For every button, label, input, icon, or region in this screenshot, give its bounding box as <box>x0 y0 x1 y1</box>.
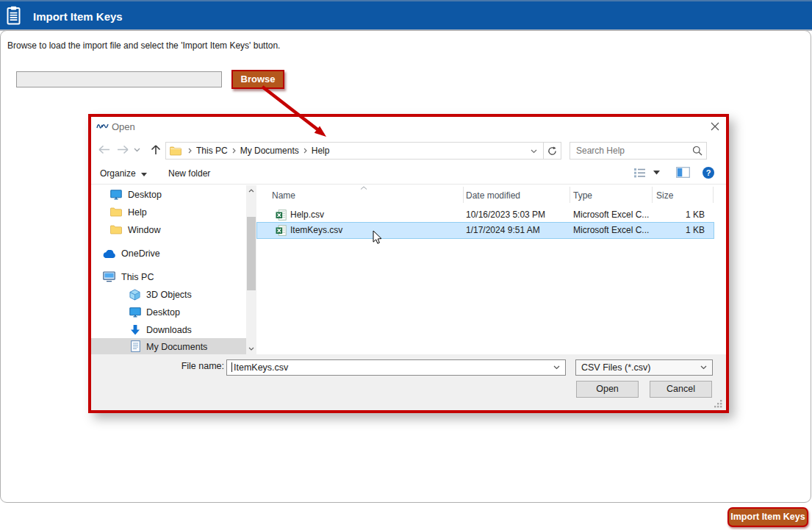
scrollbar-thumb[interactable] <box>247 217 256 290</box>
file-row-itemkeys-csv[interactable]: ItemKeys.csv 1/17/2024 9:51 AM Microsoft… <box>257 223 714 238</box>
sidebar-item-onedrive[interactable]: OneDrive <box>91 245 246 262</box>
onedrive-icon <box>102 250 116 259</box>
folder-icon <box>170 146 182 156</box>
sidebar-item-downloads[interactable]: Downloads <box>91 321 246 339</box>
sort-ascending-icon <box>360 186 367 190</box>
clipboard-icon <box>7 6 21 25</box>
excel-file-icon <box>276 225 287 236</box>
refresh-icon <box>547 146 557 156</box>
app-logo-icon <box>96 121 109 131</box>
sidebar-item-3d-objects[interactable]: 3D Objects <box>91 286 246 304</box>
recent-locations-icon[interactable] <box>134 148 140 152</box>
view-dropdown-icon[interactable] <box>653 171 660 175</box>
file-type: Microsoft Excel C... <box>573 223 650 238</box>
excel-file-icon <box>276 210 287 221</box>
sidebar-item-window[interactable]: Window <box>91 221 246 239</box>
toolbar-divider <box>91 184 726 185</box>
dialog-title: Open <box>112 121 135 132</box>
breadcrumb-chevron-icon <box>188 148 192 154</box>
file-path-input[interactable] <box>16 71 222 87</box>
breadcrumb-my-documents[interactable]: My Documents <box>240 146 299 156</box>
view-list-icon[interactable] <box>633 168 646 178</box>
help-icon[interactable]: ? <box>703 167 714 179</box>
refresh-button[interactable] <box>544 142 561 160</box>
file-type: Microsoft Excel C... <box>573 207 650 223</box>
sidebar-scrollbar[interactable] <box>246 185 256 354</box>
sidebar-item-help[interactable]: Help <box>91 204 246 221</box>
file-type-combobox[interactable]: CSV Files (*.csv) <box>575 359 713 376</box>
my-documents-icon <box>131 340 140 352</box>
text-caret <box>231 362 232 372</box>
cancel-button[interactable]: Cancel <box>650 381 712 398</box>
forward-icon[interactable] <box>117 145 129 154</box>
up-icon[interactable] <box>151 144 161 155</box>
address-bar[interactable]: This PC My Documents Help <box>165 142 544 160</box>
breadcrumb-chevron-icon <box>303 148 307 154</box>
file-name: Help.csv <box>290 207 456 223</box>
desktop-icon <box>110 190 122 200</box>
open-dialog: Open This PC My Documents Help Search He… <box>88 114 729 413</box>
instruction-text: Browse to load the import file and selec… <box>7 40 280 51</box>
sidebar-item-desktop-2[interactable]: Desktop <box>91 304 246 321</box>
scroll-down-icon[interactable] <box>248 347 254 351</box>
import-item-keys-button[interactable]: Import Item Keys <box>727 507 808 527</box>
new-folder-button[interactable]: New folder <box>168 168 210 179</box>
file-size: 1 KB <box>652 207 709 223</box>
resize-grip[interactable] <box>714 400 723 409</box>
mouse-cursor <box>373 230 382 245</box>
column-header-name[interactable]: Name <box>272 185 295 204</box>
column-divider <box>713 187 714 203</box>
this-pc-icon <box>103 271 115 282</box>
column-header-date-modified[interactable]: Date modified <box>466 185 520 204</box>
organize-menu[interactable]: Organize <box>100 168 147 179</box>
search-icon[interactable] <box>692 146 703 156</box>
sidebar-item-this-pc[interactable]: This PC <box>91 268 246 286</box>
file-name-combobox[interactable]: ItemKeys.csv <box>226 359 566 376</box>
back-icon[interactable] <box>98 145 110 154</box>
column-divider <box>570 187 570 203</box>
sidebar-item-my-documents[interactable]: My Documents <box>91 338 246 356</box>
scroll-up-icon[interactable] <box>248 189 254 193</box>
column-divider <box>652 187 653 203</box>
folder-icon <box>110 207 122 217</box>
file-date-modified: 10/16/2023 5:03 PM <box>466 207 565 223</box>
file-date-modified: 1/17/2024 9:51 AM <box>466 223 565 238</box>
column-header-type[interactable]: Type <box>573 185 592 204</box>
app-header: Import Item Keys <box>0 0 812 29</box>
sidebar-item-desktop[interactable]: Desktop <box>91 186 246 204</box>
downloads-icon <box>130 324 140 336</box>
address-dropdown-icon[interactable] <box>531 149 537 154</box>
file-size: 1 KB <box>652 223 709 238</box>
page-title: Import Item Keys <box>33 10 123 23</box>
annotation-arrow <box>254 83 334 146</box>
preview-pane-icon[interactable] <box>676 167 690 178</box>
organize-dropdown-icon <box>141 173 147 176</box>
column-header-size[interactable]: Size <box>656 185 673 204</box>
combo-dropdown-icon[interactable] <box>700 365 707 370</box>
open-button[interactable]: Open <box>576 381 639 398</box>
combo-dropdown-icon[interactable] <box>553 365 560 370</box>
breadcrumb-chevron-icon <box>232 148 236 154</box>
file-row-help-csv[interactable]: Help.csv 10/16/2023 5:03 PM Microsoft Ex… <box>257 207 714 223</box>
breadcrumb-this-pc[interactable]: This PC <box>196 146 228 156</box>
file-name-label: File name: <box>165 358 224 374</box>
desktop-icon <box>129 307 141 318</box>
search-input[interactable]: Search Help <box>570 142 707 160</box>
3d-objects-icon <box>129 289 140 301</box>
column-divider <box>463 187 464 203</box>
folder-icon <box>110 225 122 234</box>
breadcrumb-help[interactable]: Help <box>312 146 330 156</box>
close-icon[interactable] <box>707 118 723 135</box>
